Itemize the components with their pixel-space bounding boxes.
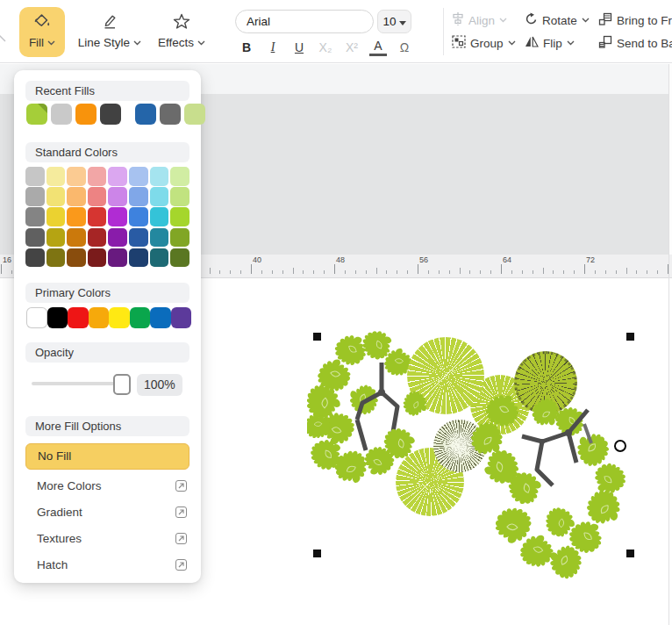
color-swatch[interactable] xyxy=(170,207,189,226)
color-swatch[interactable] xyxy=(25,167,45,186)
color-swatch[interactable] xyxy=(130,307,151,328)
color-swatch[interactable] xyxy=(150,248,169,268)
insert-symbol-button[interactable]: Ω xyxy=(396,40,413,54)
color-swatch[interactable] xyxy=(88,167,107,186)
color-swatch[interactable] xyxy=(150,207,169,226)
color-swatch[interactable] xyxy=(170,187,189,206)
selection-handle-top-right[interactable] xyxy=(626,333,634,341)
color-swatch[interactable] xyxy=(88,187,107,206)
color-swatch[interactable] xyxy=(67,167,86,186)
color-swatch[interactable] xyxy=(88,207,107,226)
fill-option-gradient[interactable]: Gradient xyxy=(25,499,189,525)
color-swatch[interactable] xyxy=(67,187,86,206)
color-swatch[interactable] xyxy=(108,187,127,206)
font-family-input[interactable] xyxy=(235,10,374,33)
color-swatch[interactable] xyxy=(25,228,45,248)
color-swatch[interactable] xyxy=(88,248,107,268)
color-swatch[interactable] xyxy=(108,228,127,248)
chevron-down-icon xyxy=(567,40,575,46)
color-swatch[interactable] xyxy=(26,104,47,125)
selection-handle-bottom-right[interactable] xyxy=(626,550,634,557)
color-swatch[interactable] xyxy=(100,104,121,125)
opacity-slider-thumb[interactable] xyxy=(113,374,131,395)
bring-to-front-button[interactable]: Bring to Front xyxy=(598,11,672,30)
fill-button[interactable]: Fill xyxy=(19,7,65,57)
color-swatch[interactable] xyxy=(26,307,47,328)
fill-option-hatch[interactable]: Hatch xyxy=(25,551,189,578)
color-swatch[interactable] xyxy=(75,104,97,125)
color-swatch[interactable] xyxy=(25,187,45,206)
color-swatch[interactable] xyxy=(108,248,127,268)
no-fill-option[interactable]: No Fill xyxy=(25,443,189,470)
group-button[interactable]: Group xyxy=(452,33,516,53)
chevron-down-icon xyxy=(197,40,205,46)
color-swatch[interactable] xyxy=(67,248,86,268)
color-swatch[interactable] xyxy=(46,167,66,186)
bold-button[interactable]: B xyxy=(238,40,255,54)
color-swatch[interactable] xyxy=(46,248,66,268)
opacity-header: Opacity xyxy=(25,342,189,363)
color-swatch[interactable] xyxy=(88,228,107,248)
fill-option-more-colors[interactable]: More Colors xyxy=(25,472,189,499)
send-to-back-label: Send to Back xyxy=(617,37,672,50)
italic-button[interactable]: I xyxy=(264,40,282,54)
color-swatch[interactable] xyxy=(108,207,127,226)
color-swatch[interactable] xyxy=(25,207,45,226)
color-swatch[interactable] xyxy=(109,307,130,328)
primary-colors-row xyxy=(26,307,191,328)
color-swatch[interactable] xyxy=(170,248,189,268)
color-swatch[interactable] xyxy=(68,307,89,328)
font-size-value: 10 xyxy=(382,15,396,28)
color-swatch[interactable] xyxy=(51,104,72,125)
pencil-icon xyxy=(101,13,118,32)
color-swatch[interactable] xyxy=(67,207,86,226)
external-link-icon xyxy=(175,480,187,492)
top-toolbar: Fill Line Style Effects 10 xyxy=(0,0,672,63)
rotation-handle[interactable] xyxy=(614,440,626,452)
fill-option-textures[interactable]: Textures xyxy=(25,525,189,551)
color-swatch[interactable] xyxy=(25,248,45,268)
more-fill-options-header: More Fill Options xyxy=(25,416,189,436)
selection-handle-top-left[interactable] xyxy=(313,333,321,341)
color-swatch[interactable] xyxy=(46,207,66,226)
color-swatch[interactable] xyxy=(108,167,127,186)
color-swatch[interactable] xyxy=(47,307,68,328)
color-swatch[interactable] xyxy=(150,307,171,328)
standard-colors-grid xyxy=(25,167,189,269)
color-swatch[interactable] xyxy=(170,228,189,248)
underline-button[interactable]: U xyxy=(290,40,308,54)
color-swatch[interactable] xyxy=(129,187,148,206)
color-swatch[interactable] xyxy=(150,228,169,248)
color-swatch[interactable] xyxy=(170,167,189,186)
color-swatch[interactable] xyxy=(46,187,66,206)
line-style-button[interactable]: Line Style xyxy=(74,7,146,57)
font-size-select[interactable]: 10 xyxy=(377,10,411,33)
superscript-button: X² xyxy=(343,40,361,54)
color-swatch[interactable] xyxy=(171,307,192,328)
color-swatch[interactable] xyxy=(150,167,169,186)
color-swatch[interactable] xyxy=(160,104,181,125)
send-to-back-icon xyxy=(598,35,612,52)
tree-clipart-front-layer[interactable] xyxy=(307,329,636,579)
flip-button-label: Flip xyxy=(543,37,562,50)
color-swatch[interactable] xyxy=(135,104,156,125)
font-color-button[interactable]: A xyxy=(369,40,387,56)
rotate-button[interactable]: Rotate xyxy=(525,11,590,30)
rotate-button-label: Rotate xyxy=(542,14,577,27)
color-swatch[interactable] xyxy=(129,207,148,226)
effects-button[interactable]: Effects xyxy=(151,7,212,57)
color-swatch[interactable] xyxy=(184,104,205,125)
color-swatch[interactable] xyxy=(67,228,86,248)
color-swatch[interactable] xyxy=(150,187,169,206)
fill-option-label: Hatch xyxy=(37,558,68,571)
color-swatch[interactable] xyxy=(89,307,110,328)
send-to-back-button[interactable]: Send to Back xyxy=(598,33,672,53)
recent-fills-header: Recent Fills xyxy=(25,81,189,101)
color-swatch[interactable] xyxy=(129,167,148,186)
selection-handle-bottom-left[interactable] xyxy=(313,550,321,557)
color-swatch[interactable] xyxy=(129,228,148,248)
color-swatch[interactable] xyxy=(129,248,148,268)
color-swatch[interactable] xyxy=(46,228,66,248)
fill-bucket-icon xyxy=(32,13,52,32)
flip-button[interactable]: Flip xyxy=(525,33,575,53)
